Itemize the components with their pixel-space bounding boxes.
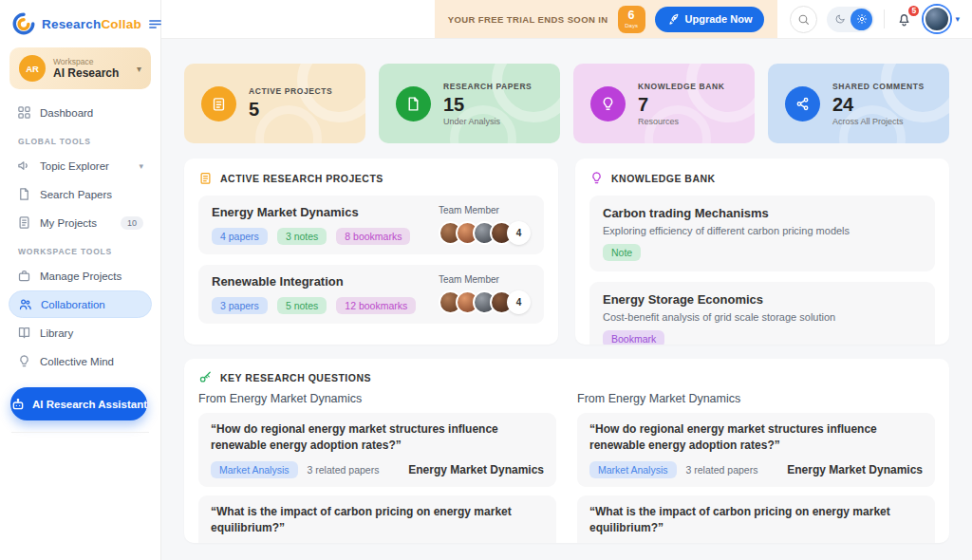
knowledge-item[interactable]: Carbon trading Mechanisms Exploring effi…: [589, 196, 935, 271]
trial-days-number: 6: [628, 9, 635, 22]
related-papers-count: 3 related papers: [308, 464, 380, 476]
sidebar-item-my-projects[interactable]: My Projects 10: [9, 209, 152, 236]
sidebar-item-collaboration[interactable]: Collaboration: [9, 290, 152, 318]
workspace-label: Workspace: [53, 57, 129, 66]
sidebar-item-label: Search Papers: [40, 189, 112, 200]
notifications-button[interactable]: 5: [894, 9, 914, 29]
sidebar-item-search-papers[interactable]: Search Papers: [9, 180, 152, 208]
question-card[interactable]: “What is the impact of carbon pricing on…: [577, 495, 935, 543]
key-icon: [198, 370, 213, 384]
sidebar-item-label: Collective Mind: [40, 356, 114, 367]
stats-row: ACTIVE PROJECTS 5 RESEARCH PAPERS 15 Und…: [184, 64, 949, 143]
lightbulb-icon: [590, 86, 626, 121]
workspace-name: AI Research: [53, 66, 129, 80]
questions-source-subtitle: From Energy Market Dynamics: [198, 392, 556, 405]
notes-badge: 3 notes: [277, 228, 327, 245]
sidebar-item-label: Manage Projects: [40, 271, 122, 282]
user-avatar: [924, 6, 950, 32]
lightbulb-icon: [589, 171, 604, 185]
knowledge-bank-panel: KNOWLEDGE BANK Carbon trading Mechanisms…: [575, 159, 949, 345]
share-icon: [785, 86, 820, 121]
sidebar-item-label: Dashboard: [40, 107, 93, 119]
question-card[interactable]: “How do regional energy market structure…: [198, 413, 556, 487]
book-icon: [17, 326, 31, 340]
chevron-down-icon: ▾: [955, 14, 960, 24]
sidebar-collapse-icon[interactable]: [147, 16, 163, 32]
sidebar-item-topic-explorer[interactable]: Topic Explorer ▾: [9, 152, 152, 179]
questions-column: From Energy Market Dynamics “How do regi…: [577, 392, 935, 543]
panel-title: KEY RESEARCH QUESTIONS: [220, 372, 371, 383]
topic-tag: Market Analysis: [211, 461, 298, 478]
key-research-questions-panel: KEY RESEARCH QUESTIONS From Energy Marke…: [184, 359, 949, 543]
megaphone-icon: [17, 159, 31, 173]
lightbulb-icon: [17, 354, 31, 368]
panel-header: ACTIVE RESEARCH PROJECTS: [198, 171, 544, 185]
sidebar-item-label: Topic Explorer: [40, 160, 109, 172]
chevron-down-icon: ▾: [139, 161, 143, 171]
workspace-avatar: AR: [19, 55, 46, 82]
sidebar: ResearchCollab AR Workspace AI Research …: [0, 0, 161, 560]
user-menu[interactable]: ▾: [924, 6, 960, 32]
sidebar-item-collective-mind[interactable]: Collective Mind: [9, 347, 152, 375]
topbar-actions: 5 ▾: [777, 0, 972, 38]
workspace-switcher[interactable]: AR Workspace AI Research ▾: [9, 47, 151, 89]
project-row[interactable]: Renewable Integration 3 papers 5 notes 1…: [198, 265, 544, 324]
brand-logo-row: ResearchCollab: [0, 0, 160, 46]
project-row[interactable]: Energy Market Dynamics 4 papers 3 notes …: [198, 196, 544, 254]
team-extra-count: 4: [507, 221, 531, 245]
note-icon: [198, 171, 213, 185]
rocket-icon: [667, 13, 680, 26]
sidebar-item-label: My Projects: [40, 217, 97, 229]
knowledge-item[interactable]: Energy Storage Economics Cost-benefit an…: [589, 282, 935, 345]
sun-icon: [850, 9, 872, 30]
team-members: Team Member 4: [439, 205, 531, 245]
question-card[interactable]: “What is the impact of carbon pricing on…: [198, 495, 556, 543]
question-source: Energy Market Dynamics: [408, 463, 544, 476]
papers-badge: 3 papers: [212, 297, 268, 314]
sidebar-item-manage-projects[interactable]: Manage Projects: [9, 262, 152, 289]
notification-count-badge: 5: [907, 4, 921, 18]
my-projects-count-badge: 10: [121, 216, 143, 230]
stat-card-research-papers: RESEARCH PAPERS 15 Under Analysis: [379, 64, 560, 143]
ai-research-assistant-button[interactable]: AI Research Assistant: [10, 387, 147, 420]
panel-header: KNOWLEDGE BANK: [589, 171, 935, 185]
theme-toggle[interactable]: [827, 7, 874, 32]
sidebar-item-library[interactable]: Library: [9, 319, 152, 346]
team-members: Team Member 4: [439, 274, 531, 314]
bookmarks-badge: 12 bookmarks: [336, 297, 416, 314]
papers-badge: 4 papers: [212, 228, 268, 245]
main-content: ACTIVE PROJECTS 5 RESEARCH PAPERS 15 Und…: [161, 39, 972, 560]
topbar-divider: [884, 9, 885, 28]
search-button[interactable]: [790, 6, 817, 33]
bookmarks-badge: 8 bookmarks: [336, 228, 410, 245]
paper-icon: [396, 86, 431, 121]
stat-card-knowledge-bank: KNOWLEDGE BANK 7 Resources: [573, 64, 755, 143]
sidebar-nav: Dashboard GLOBAL TOOLS Topic Explorer ▾ …: [0, 99, 160, 375]
question-card[interactable]: “How do regional energy market structure…: [577, 413, 935, 487]
search-icon: [797, 13, 810, 26]
related-papers-count: 3 related papers: [686, 464, 758, 476]
panels-row: ACTIVE RESEARCH PROJECTS Energy Market D…: [184, 159, 949, 345]
sidebar-divider: [11, 432, 149, 433]
topic-tag: Market Analysis: [589, 461, 677, 478]
trial-days-badge: 6 Days: [618, 6, 645, 33]
sidebar-item-dashboard[interactable]: Dashboard: [9, 99, 152, 126]
section-workspace-tools: WORKSPACE TOOLS: [18, 247, 152, 256]
users-icon: [18, 297, 32, 311]
team-extra-count: 4: [507, 290, 531, 314]
trial-days-unit: Days: [625, 23, 638, 28]
document-text-icon: [17, 215, 31, 230]
sidebar-item-label: Collaboration: [41, 299, 105, 310]
question-source: Energy Market Dynamics: [787, 463, 923, 476]
chevron-down-icon: ▾: [137, 64, 141, 74]
notes-badge: 5 notes: [277, 297, 327, 314]
upgrade-now-button[interactable]: Upgrade Now: [655, 7, 765, 32]
stat-card-shared-comments: SHARED COMMENTS 24 Across All Projects: [768, 64, 949, 143]
note-tag: Note: [603, 244, 641, 261]
brand-swirl-icon: [11, 11, 36, 36]
panel-title: KNOWLEDGE BANK: [611, 173, 716, 184]
bookmark-tag: Bookmark: [603, 330, 664, 345]
trial-banner: YOUR FREE TRIAL ENDS SOON IN 6 Days Upgr…: [435, 0, 778, 38]
moon-icon: [829, 9, 850, 30]
sidebar-item-label: Library: [40, 327, 73, 339]
